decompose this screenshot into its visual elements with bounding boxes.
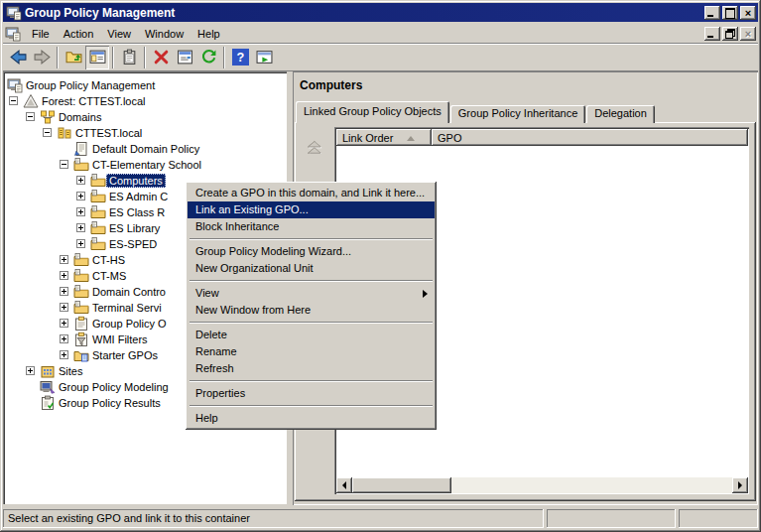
scrollbar-track[interactable] <box>451 477 732 493</box>
ou-icon <box>90 173 106 189</box>
tree-item[interactable]: Default Domain Policy <box>3 141 288 157</box>
tree-expander-plus[interactable] <box>60 334 68 343</box>
svg-text:?: ? <box>236 50 244 65</box>
close-button[interactable]: × <box>740 6 756 20</box>
context-menu-item-help[interactable]: Help <box>188 410 435 427</box>
tree-expander-minus[interactable] <box>60 160 68 169</box>
ou-icon <box>73 157 89 173</box>
scroll-left-button[interactable] <box>336 477 352 493</box>
export-list-button[interactable] <box>117 46 141 69</box>
domain-icon <box>57 125 72 141</box>
context-menu-item-new-window-from-here[interactable]: New Window from Here <box>188 302 435 319</box>
column-header-link-order[interactable]: Link Order <box>336 129 432 146</box>
toolbar-separator <box>223 47 225 68</box>
tree-item-label-cttest-local: CTTEST.local <box>72 126 145 140</box>
context-menu-item-refresh[interactable]: Refresh <box>188 360 435 377</box>
tree-expander-plus[interactable] <box>76 207 85 216</box>
back-button[interactable] <box>6 46 30 69</box>
tree-expander-plus[interactable] <box>60 271 68 280</box>
new-window-icon <box>256 49 273 67</box>
tree-expander-plus[interactable] <box>60 287 68 296</box>
mdi-close-button[interactable]: × <box>740 27 756 41</box>
console-icon <box>5 26 21 42</box>
tab-group-policy-inheritance[interactable]: Group Policy Inheritance <box>450 105 585 123</box>
console-icon <box>7 77 23 93</box>
context-menu-item-link-an-existing-gpo[interactable]: Link an Existing GPO... <box>188 201 435 218</box>
tree-expander-minus[interactable] <box>9 96 18 105</box>
column-header-gpo[interactable]: GPO <box>432 129 748 146</box>
forest-icon <box>23 93 39 109</box>
mdi-restore-button[interactable] <box>722 27 738 41</box>
group-policy-management-window: Group Policy Management × FileActionView… <box>0 0 761 532</box>
tab-linked-group-policy-objects[interactable]: Linked Group Policy Objects <box>296 101 449 123</box>
context-menu-item-block-inheritance[interactable]: Block Inheritance <box>188 218 435 235</box>
move-top-button[interactable] <box>302 136 325 158</box>
close-icon: × <box>745 8 751 18</box>
scroll-right-button[interactable] <box>732 477 748 493</box>
tree-item-label-ct-elementary-school: CT-Elementary School <box>89 158 204 172</box>
context-menu-item-rename[interactable]: Rename <box>188 343 435 360</box>
horizontal-scrollbar <box>336 477 748 493</box>
title-bar: Group Policy Management × <box>3 3 758 22</box>
forward-button[interactable] <box>30 46 54 69</box>
tree-item[interactable]: CTTEST.local <box>3 125 288 141</box>
tree-item[interactable]: Forest: CTTEST.local <box>3 93 288 109</box>
ou-icon <box>90 220 106 236</box>
tree-expander-plus[interactable] <box>60 303 68 312</box>
menu-item-help[interactable]: Help <box>190 26 227 43</box>
menu-item-window[interactable]: Window <box>138 26 190 43</box>
new-window-button[interactable] <box>252 46 276 69</box>
starter-icon <box>73 347 89 363</box>
context-menu-item-properties[interactable]: Properties <box>188 385 435 402</box>
menu-item-action[interactable]: Action <box>57 26 101 43</box>
refresh-button[interactable] <box>196 46 220 69</box>
toolbar-separator <box>144 47 146 68</box>
tree-expander-plus[interactable] <box>60 255 68 264</box>
tree-expander-minus[interactable] <box>26 112 35 121</box>
gpfolder-icon <box>73 316 89 332</box>
status-message-panel: Select an existing GPO and link it to th… <box>3 509 544 528</box>
tree-expander-plus[interactable] <box>26 366 35 375</box>
tree-expander-minus[interactable] <box>43 128 52 137</box>
console-tree-toggle[interactable] <box>85 46 109 69</box>
window-title: Group Policy Management <box>25 6 702 20</box>
tree-item-label-ct-ms: CT-MS <box>89 269 129 283</box>
ou-icon <box>73 300 89 316</box>
tab-delegation[interactable]: Delegation <box>586 105 655 123</box>
context-menu: Create a GPO in this domain, and Link it… <box>186 182 437 430</box>
modeling-icon <box>40 379 56 395</box>
menu-separator <box>190 405 433 407</box>
context-menu-item-new-organizational-unit[interactable]: New Organizational Unit <box>188 260 435 277</box>
minimize-button[interactable] <box>704 6 720 20</box>
tree-expander-plus[interactable] <box>60 319 68 328</box>
tree-expander-plus[interactable] <box>76 223 85 232</box>
properties-button[interactable] <box>173 46 196 69</box>
menu-item-view[interactable]: View <box>100 26 138 43</box>
help-icon: ? <box>232 49 249 67</box>
sort-ascending-icon <box>407 136 415 141</box>
toolbar-separator <box>57 47 59 68</box>
tree-item-label-es-admin-c: ES Admin C <box>106 190 171 203</box>
back-icon <box>10 49 27 67</box>
context-menu-item-create-a-gpo-in-this-domain-and-link-it-here[interactable]: Create a GPO in this domain, and Link it… <box>188 185 435 201</box>
mdi-minimize-button[interactable] <box>704 27 720 41</box>
tree-expander-plus[interactable] <box>76 239 85 248</box>
context-menu-item-delete[interactable]: Delete <box>188 327 435 343</box>
tree-item[interactable]: Group Policy Management <box>3 77 288 93</box>
tree-expander-plus[interactable] <box>60 350 68 359</box>
maximize-button[interactable] <box>722 6 738 20</box>
mdi-close-icon: × <box>745 29 751 39</box>
delete-button[interactable] <box>149 46 173 69</box>
context-menu-item-group-policy-modeling-wizard[interactable]: Group Policy Modeling Wizard... <box>188 243 435 260</box>
up-one-level-button[interactable] <box>62 46 85 69</box>
scrollbar-thumb[interactable] <box>352 477 451 493</box>
gpo-icon <box>73 141 89 157</box>
tree-item[interactable]: Domains <box>3 109 288 125</box>
tree-item[interactable]: CT-Elementary School <box>3 157 288 173</box>
tab-strip: Linked Group Policy ObjectsGroup Policy … <box>296 101 656 123</box>
tree-expander-plus[interactable] <box>76 176 85 185</box>
help-button[interactable]: ? <box>228 46 252 69</box>
menu-item-file[interactable]: File <box>25 26 57 43</box>
tree-expander-plus[interactable] <box>76 192 85 200</box>
context-menu-item-view[interactable]: View <box>188 285 435 302</box>
